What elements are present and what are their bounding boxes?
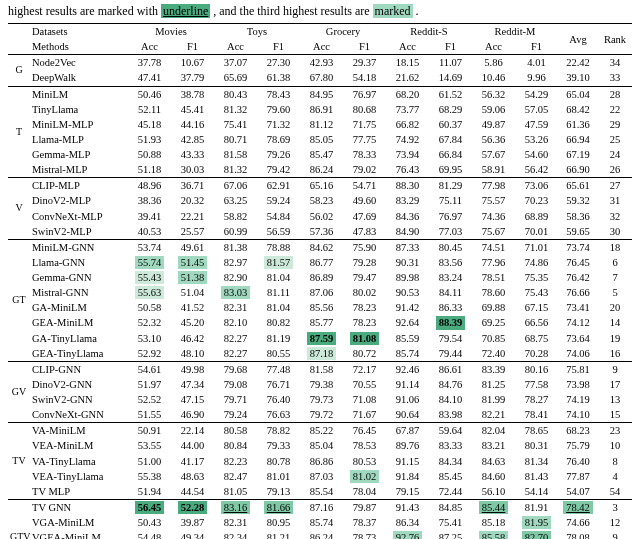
value-cell: 81.12	[300, 117, 343, 132]
value-cell: 66.94	[558, 132, 598, 147]
value-cell: 76.97	[429, 209, 472, 224]
value-cell: 50.46	[128, 86, 171, 102]
value-cell: 75.90	[343, 239, 386, 255]
value-cell: 9.96	[515, 70, 558, 86]
value-cell: 80.78	[257, 454, 300, 469]
value-cell: 85.44	[472, 499, 515, 515]
group-label: GTV	[8, 499, 30, 539]
header-reddit-s: Reddit-S	[386, 24, 472, 40]
value-cell: 78.33	[343, 147, 386, 162]
value-cell: 75.41	[429, 515, 472, 530]
value-cell: 30	[598, 224, 632, 240]
method-name: MiniLM-GNN	[30, 239, 128, 255]
value-cell: 81.57	[257, 255, 300, 270]
value-cell: 71.08	[343, 392, 386, 407]
value-cell: 79.33	[257, 438, 300, 453]
value-cell: 50.91	[128, 423, 171, 439]
value-cell: 78.65	[515, 423, 558, 439]
value-cell: 81.43	[515, 469, 558, 484]
value-cell: 55.38	[128, 469, 171, 484]
method-name: Gemma-MLP	[30, 147, 128, 162]
value-cell: 76.97	[343, 86, 386, 102]
value-cell: 73.74	[558, 239, 598, 255]
value-cell: 81.66	[257, 499, 300, 515]
value-cell: 61.38	[257, 70, 300, 86]
value-cell: 69.88	[472, 300, 515, 315]
value-cell: 77.75	[343, 132, 386, 147]
method-name: MiniLM	[30, 86, 128, 102]
value-cell: 67.19	[558, 147, 598, 162]
value-cell: 22	[598, 102, 632, 117]
value-cell: 80.58	[214, 423, 257, 439]
value-cell: 82.47	[214, 469, 257, 484]
value-cell: 22.42	[558, 55, 598, 71]
value-cell: 59.65	[558, 224, 598, 240]
value-cell: 20	[598, 300, 632, 315]
value-cell: 55.63	[128, 285, 171, 300]
method-name: GEA-MiniLM	[30, 315, 128, 330]
method-name: VA-MiniLM	[30, 423, 128, 439]
table-caption: highest results are marked with underlin…	[8, 4, 632, 19]
value-cell: 86.24	[300, 530, 343, 539]
value-cell: 52.92	[128, 346, 171, 362]
value-cell: 85.56	[300, 300, 343, 315]
value-cell: 82.70	[515, 530, 558, 539]
value-cell: 82.27	[214, 331, 257, 346]
value-cell: 78.23	[343, 315, 386, 330]
value-cell: 67.06	[214, 178, 257, 194]
value-cell: 81.19	[257, 331, 300, 346]
value-cell: 86.34	[386, 515, 429, 530]
value-cell: 13	[598, 392, 632, 407]
value-cell: 81.58	[300, 361, 343, 377]
value-cell: 52.52	[128, 392, 171, 407]
value-cell: 58.23	[300, 193, 343, 208]
value-cell: 80.68	[343, 102, 386, 117]
value-cell: 91.43	[386, 499, 429, 515]
value-cell: 32	[598, 209, 632, 224]
value-cell: 74.12	[558, 315, 598, 330]
value-cell: 36.71	[171, 178, 214, 194]
value-cell: 42.93	[300, 55, 343, 71]
method-name: Node2Vec	[30, 55, 128, 71]
value-cell: 79.02	[343, 162, 386, 178]
value-cell: 85.47	[300, 147, 343, 162]
value-cell: 66.84	[429, 147, 472, 162]
method-name: Llama-GNN	[30, 255, 128, 270]
value-cell: 48.96	[128, 178, 171, 194]
value-cell: 54.48	[128, 530, 171, 539]
value-cell: 92.64	[386, 315, 429, 330]
value-cell: 42.85	[171, 132, 214, 147]
value-cell: 49.34	[171, 530, 214, 539]
value-cell: 51.93	[128, 132, 171, 147]
value-cell: 84.36	[386, 209, 429, 224]
value-cell: 45.18	[128, 117, 171, 132]
method-name: VEA-TinyLlama	[30, 469, 128, 484]
method-name: TinyLlama	[30, 102, 128, 117]
value-cell: 58.91	[472, 162, 515, 178]
value-cell: 59.64	[429, 423, 472, 439]
value-cell: 51.18	[128, 162, 171, 178]
value-cell: 75.41	[214, 117, 257, 132]
value-cell: 47.69	[343, 209, 386, 224]
value-cell: 81.05	[214, 484, 257, 500]
value-cell: 86.61	[429, 361, 472, 377]
value-cell: 15	[598, 407, 632, 423]
value-cell: 70.85	[472, 331, 515, 346]
value-cell: 80.53	[343, 454, 386, 469]
value-cell: 33	[598, 70, 632, 86]
value-cell: 29.37	[343, 55, 386, 71]
value-cell: 79.24	[214, 407, 257, 423]
value-cell: 54.71	[343, 178, 386, 194]
method-name: Mistral-MLP	[30, 162, 128, 178]
value-cell: 3	[598, 499, 632, 515]
value-cell: 84.62	[300, 239, 343, 255]
value-cell: 83.39	[472, 361, 515, 377]
value-cell: 41.52	[171, 300, 214, 315]
value-cell: 79.60	[257, 102, 300, 117]
value-cell: 43.33	[171, 147, 214, 162]
value-cell: 67.80	[300, 70, 343, 86]
method-name: ConvNeXt-GNN	[30, 407, 128, 423]
value-cell: 91.42	[386, 300, 429, 315]
method-name: GA-TinyLlama	[30, 331, 128, 346]
value-cell: 75.67	[472, 224, 515, 240]
